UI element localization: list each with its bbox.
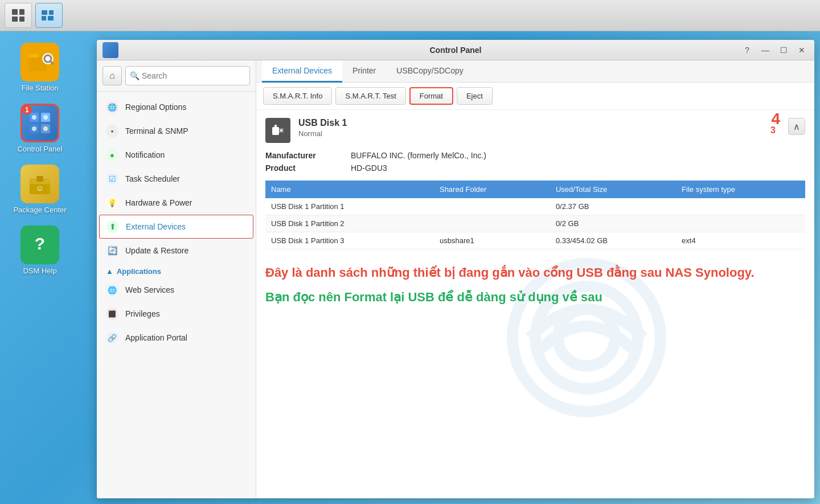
sidebar-item-external-devices[interactable]: ⬆ External Devices [99,215,253,239]
tab-usbcopy-sdcopy[interactable]: USBCopy/SDCopy [386,60,474,83]
sidebar-item-regional-options[interactable]: 🌐 Regional Options [97,95,256,119]
svg-point-12 [43,126,48,131]
privileges-label: Privileges [125,309,160,318]
window-logo [102,42,118,58]
device-name: USB Disk 1 [298,118,762,128]
web-services-icon: 🌐 [106,284,118,296]
main-window: Control Panel ? — ☐ ✕ ⌂ 🔍 [97,40,814,498]
desktop: File Station 1 Control Panel [0,31,820,504]
sidebar-item-application-portal[interactable]: 🔗 Application Portal [97,326,256,350]
format-button[interactable]: Format [409,87,453,105]
overlay-line1: Đây là danh sách những thiết bị đang gắn… [265,264,805,282]
tabs-bar: External Devices Printer USBCopy/SDCopy [256,60,814,83]
table-row[interactable]: USB Disk 1 Partition 3 usbshare1 0.33/45… [265,232,805,249]
svg-point-10 [43,115,48,120]
desktop-icon-file-station[interactable]: File Station [6,43,74,92]
svg-point-9 [32,115,36,120]
maximize-button[interactable]: ☐ [777,43,790,57]
svg-text:?: ? [35,234,45,253]
shared-folder [434,198,550,215]
tab-external-devices[interactable]: External Devices [262,60,342,83]
sidebar-item-notification[interactable]: ● Notification [97,143,256,167]
terminal-snmp-label: Terminal & SNMP [125,126,188,136]
minimize-button[interactable]: — [758,43,772,57]
application-portal-icon: 🔗 [106,331,118,344]
svg-rect-15 [36,176,43,182]
product-label: Product [265,163,345,173]
task-scheduler-label: Task Scheduler [125,174,180,183]
taskbar [0,0,820,31]
desktop-icon-dsm-help[interactable]: ? DSM Help [6,226,74,275]
device-status: Normal [298,129,762,138]
search-input[interactable] [125,66,250,85]
chevron-down-icon: ▲ [106,267,113,276]
nav-home-button[interactable]: ⌂ [102,66,122,85]
search-wrapper: 🔍 [125,66,250,85]
sidebar-item-update-restore[interactable]: 🔄 Update & Restore [97,239,256,263]
badge-4: 4 [771,110,780,128]
package-center-icon: ☺ [20,165,59,203]
control-panel-badge: 1 [22,105,32,114]
notification-icon: ● [106,149,118,161]
overlay-text: Đây là danh sách những thiết bị đang gắn… [265,259,805,312]
notification-label: Notification [125,150,165,159]
smart-info-button[interactable]: S.M.A.R.T. Info [263,87,332,105]
search-icon: 🔍 [130,71,140,80]
svg-rect-22 [272,127,279,135]
device-details: Manufacturer BUFFALO INC. (formerly MelC… [265,151,805,173]
apps-button[interactable] [5,3,32,28]
window-controls: ? — ☐ ✕ [740,43,809,57]
fs-type [676,198,805,215]
regional-options-icon: 🌐 [106,101,118,113]
manufacturer-label: Manufacturer [265,151,345,160]
update-restore-label: Update & Restore [125,246,188,255]
eject-button[interactable]: Eject [457,87,493,105]
tab-printer[interactable]: Printer [342,60,386,83]
nav-panel: ⌂ 🔍 🌐 Regional Options ▪ Terminal & SNMP [97,60,256,498]
used-total-size: 0/2.37 GB [550,198,676,215]
sidebar-item-hardware-power[interactable]: 💡 Hardware & Power [97,191,256,215]
nav-search-bar: ⌂ 🔍 [97,60,256,92]
sidebar-icons: File Station 1 Control Panel [0,31,92,286]
package-center-label: Package Center [13,206,66,214]
smart-test-button[interactable]: S.M.A.R.T. Test [335,87,405,105]
table-row[interactable]: USB Disk 1 Partition 2 0/2 GB [265,215,805,232]
svg-rect-1 [28,54,39,58]
application-portal-label: Application Portal [125,333,187,342]
desktop-icon-control-panel[interactable]: 1 Control Panel [6,104,74,153]
hardware-power-icon: 💡 [106,196,118,209]
partition-name: USB Disk 1 Partition 1 [265,198,434,215]
partition-name: USB Disk 1 Partition 3 [265,232,434,249]
control-panel-label: Control Panel [18,145,63,153]
col-header-shared-folder: Shared Folder [434,181,550,198]
partition-table: Name Shared Folder Used/Total Size File … [265,181,805,249]
sidebar-item-privileges[interactable]: ⬛ Privileges [97,302,256,326]
desktop-icon-package-center[interactable]: ☺ Package Center [6,165,74,214]
fs-type: ext4 [676,232,805,249]
help-button[interactable]: ? [740,43,754,57]
file-station-label: File Station [21,84,58,92]
hardware-power-label: Hardware & Power [125,198,192,207]
task-scheduler-icon: ☑ [106,173,118,185]
sidebar-item-terminal-snmp[interactable]: ▪ Terminal & SNMP [97,119,256,143]
applications-section-header: ▲ Applications [97,263,256,278]
file-station-icon [20,43,59,81]
product-value: HD-GDU3 [351,163,805,173]
used-total-size: 0/2 GB [550,215,676,232]
col-header-fs-type: File system type [676,181,805,198]
svg-line-4 [51,62,53,64]
privileges-icon: ⬛ [106,308,118,320]
device-collapse-button[interactable]: ∧ [788,118,805,135]
close-button[interactable]: ✕ [795,43,809,57]
window-title: Control Panel [429,46,481,55]
sidebar-item-task-scheduler[interactable]: ☑ Task Scheduler [97,167,256,191]
control-panel-taskbar-btn[interactable] [35,3,63,28]
svg-rect-23 [274,125,277,128]
svg-point-11 [32,126,36,131]
svg-point-25 [280,129,282,132]
table-row[interactable]: USB Disk 1 Partition 1 0/2.37 GB [265,198,805,215]
shared-folder: usbshare1 [434,232,550,249]
web-services-label: Web Services [125,285,174,294]
sidebar-item-web-services[interactable]: 🌐 Web Services [97,278,256,302]
dsm-help-icon: ? [20,226,59,264]
